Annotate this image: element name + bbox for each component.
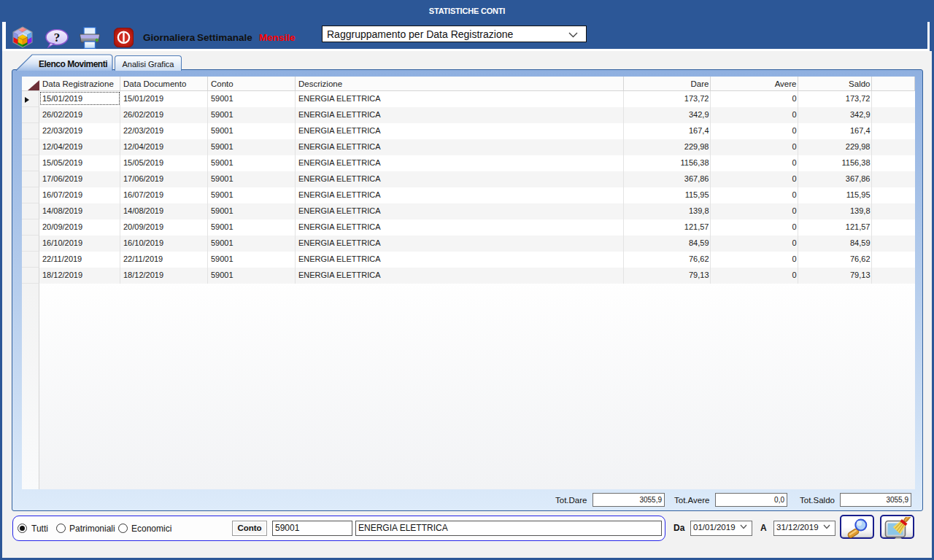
svg-text:?: ? [54, 31, 61, 44]
